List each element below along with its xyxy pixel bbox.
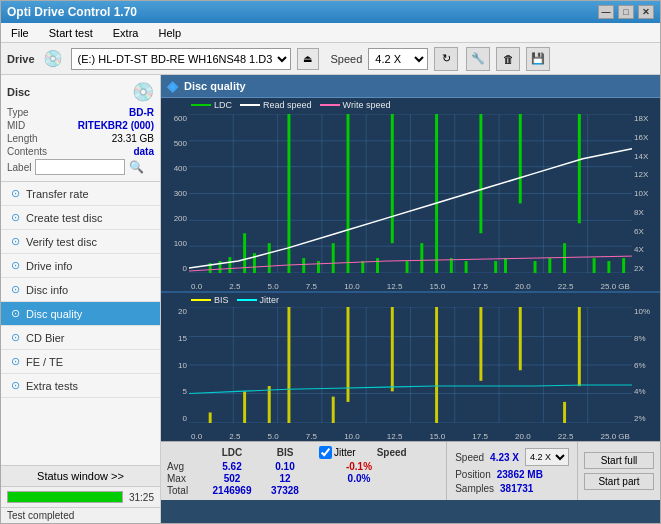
fe-te-icon: ⊙ xyxy=(11,355,20,368)
writespeed-legend-color xyxy=(320,104,340,106)
label-icon[interactable]: 🔍 xyxy=(129,160,144,174)
eject-button[interactable]: ⏏ xyxy=(297,48,319,70)
status-window-button[interactable]: Status window >> xyxy=(1,465,160,486)
svg-rect-29 xyxy=(391,114,394,243)
svg-rect-31 xyxy=(420,243,423,273)
chart-top: LDC Read speed Write speed 600 500 40 xyxy=(161,98,660,293)
sidebar-nav: ⊙ Transfer rate ⊙ Create test disc ⊙ Ver… xyxy=(1,182,160,465)
avg-ldc: 5.62 xyxy=(203,461,261,472)
menu-help[interactable]: Help xyxy=(152,26,187,40)
readspeed-legend-label: Read speed xyxy=(263,100,312,110)
main-area: Disc 💿 Type BD-R MID RITEKBR2 (000) Leng… xyxy=(1,75,660,523)
label-input[interactable] xyxy=(35,159,125,175)
menu-start-test[interactable]: Start test xyxy=(43,26,99,40)
speed-select[interactable]: 4.2 X xyxy=(368,48,428,70)
menu-file[interactable]: File xyxy=(5,26,35,40)
jitter-checkbox[interactable] xyxy=(319,446,332,459)
sidebar: Disc 💿 Type BD-R MID RITEKBR2 (000) Leng… xyxy=(1,75,161,523)
bis-legend: BIS xyxy=(191,295,229,305)
svg-rect-30 xyxy=(406,261,409,273)
svg-rect-44 xyxy=(607,261,610,273)
erase-button[interactable]: 🗑 xyxy=(496,47,520,71)
panel-icon: ◈ xyxy=(167,78,178,94)
time-display: 31:25 xyxy=(129,492,154,503)
bis-legend-color xyxy=(191,299,211,301)
svg-rect-19 xyxy=(243,233,246,273)
svg-rect-18 xyxy=(228,257,231,273)
avg-jitter: -0.1% xyxy=(329,461,389,472)
speed-col-header: Speed xyxy=(362,447,422,458)
chart-bottom-legend: BIS Jitter xyxy=(191,295,279,305)
svg-rect-60 xyxy=(209,412,212,423)
save-button[interactable]: 💾 xyxy=(526,47,550,71)
jitter-label: Jitter xyxy=(334,447,356,458)
start-full-button[interactable]: Start full xyxy=(584,452,654,469)
nav-transfer-rate[interactable]: ⊙ Transfer rate xyxy=(1,182,160,206)
svg-rect-37 xyxy=(504,258,507,273)
svg-rect-34 xyxy=(465,261,468,273)
minimize-button[interactable]: — xyxy=(598,5,614,19)
progress-bar-fill xyxy=(8,492,122,502)
close-button[interactable]: ✕ xyxy=(638,5,654,19)
readspeed-legend: Read speed xyxy=(240,100,312,110)
nav-create-test-disc[interactable]: ⊙ Create test disc xyxy=(1,206,160,230)
menu-bar: File Start test Extra Help xyxy=(1,23,660,43)
progress-bar xyxy=(7,491,123,503)
svg-rect-39 xyxy=(534,261,537,273)
max-label: Max xyxy=(167,473,203,484)
avg-bis: 0.10 xyxy=(261,461,309,472)
speed-position-info: Speed 4.23 X 4.2 X Position 23862 MB Sam… xyxy=(446,442,577,500)
x-axis-top: 0.0 2.5 5.0 7.5 10.0 12.5 15.0 17.5 20.0… xyxy=(189,282,632,291)
chart-top-svg xyxy=(189,114,632,273)
maximize-button[interactable]: □ xyxy=(618,5,634,19)
stats-headers: LDC BIS Jitter Speed xyxy=(167,446,440,459)
svg-rect-36 xyxy=(494,261,497,273)
drive-select[interactable]: (E:) HL-DT-ST BD-RE WH16NS48 1.D3 xyxy=(71,48,291,70)
total-bis: 37328 xyxy=(261,485,309,496)
stats-table: LDC BIS Jitter Speed Avg 5.62 0.10 xyxy=(161,442,446,500)
menu-extra[interactable]: Extra xyxy=(107,26,145,40)
transfer-rate-icon: ⊙ xyxy=(11,187,20,200)
chart-top-legend: LDC Read speed Write speed xyxy=(191,100,390,110)
nav-verify-test-disc[interactable]: ⊙ Verify test disc xyxy=(1,230,160,254)
refresh-button[interactable]: ↻ xyxy=(434,47,458,71)
svg-rect-35 xyxy=(479,114,482,233)
svg-rect-62 xyxy=(268,386,271,423)
position-row: Position 23862 MB xyxy=(455,469,569,480)
speed-info-value: 4.23 X xyxy=(490,452,519,463)
jitter-legend: Jitter xyxy=(237,295,280,305)
nav-fe-te[interactable]: ⊙ FE / TE xyxy=(1,350,160,374)
cd-bier-icon: ⊙ xyxy=(11,331,20,344)
jitter-checkbox-label[interactable]: Jitter xyxy=(319,446,356,459)
type-value: BD-R xyxy=(129,107,154,118)
max-bis: 12 xyxy=(261,473,309,484)
chart-bottom-svg xyxy=(189,307,632,423)
settings-button[interactable]: 🔧 xyxy=(466,47,490,71)
svg-rect-27 xyxy=(361,261,364,273)
stats-max-row: Max 502 12 0.0% xyxy=(167,473,440,484)
x-axis-bottom: 0.0 2.5 5.0 7.5 10.0 12.5 15.0 17.5 20.0… xyxy=(189,432,632,441)
stats-total-row: Total 2146969 37328 xyxy=(167,485,440,496)
disc-panel: Disc 💿 Type BD-R MID RITEKBR2 (000) Leng… xyxy=(1,75,160,182)
window-controls: — □ ✕ xyxy=(598,5,654,19)
total-label: Total xyxy=(167,485,203,496)
writespeed-legend-label: Write speed xyxy=(343,100,391,110)
svg-rect-22 xyxy=(287,114,290,273)
svg-rect-45 xyxy=(622,258,625,273)
nav-drive-info[interactable]: ⊙ Drive info xyxy=(1,254,160,278)
svg-rect-61 xyxy=(243,391,246,423)
window-title: Opti Drive Control 1.70 xyxy=(7,5,137,19)
nav-cd-bier[interactable]: ⊙ CD Bier xyxy=(1,326,160,350)
disc-info-icon: ⊙ xyxy=(11,283,20,296)
length-label: Length xyxy=(7,133,38,144)
nav-extra-tests[interactable]: ⊙ Extra tests xyxy=(1,374,160,398)
label-label: Label xyxy=(7,162,31,173)
speed-info-select[interactable]: 4.2 X xyxy=(525,448,569,466)
progress-area: 31:25 xyxy=(1,486,160,507)
svg-rect-67 xyxy=(435,307,438,423)
nav-disc-info[interactable]: ⊙ Disc info xyxy=(1,278,160,302)
nav-disc-quality[interactable]: ⊙ Disc quality xyxy=(1,302,160,326)
start-part-button[interactable]: Start part xyxy=(584,473,654,490)
total-ldc: 2146969 xyxy=(203,485,261,496)
svg-rect-21 xyxy=(268,243,271,273)
